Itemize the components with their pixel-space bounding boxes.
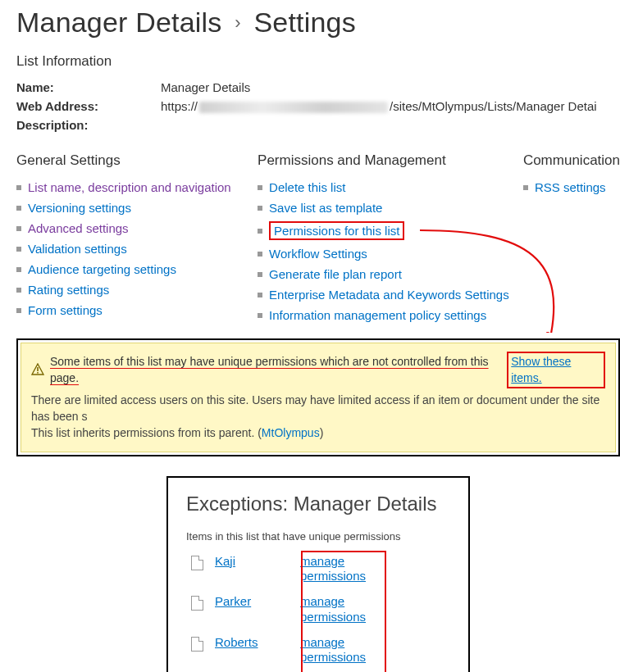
link-save-template[interactable]: Save list as template <box>269 201 382 215</box>
list-item: Workflow Settings <box>258 243 523 264</box>
list-item: Rating settings <box>16 279 258 300</box>
perms-list: Delete this list Save list as template P… <box>258 177 523 325</box>
comms-list: RSS settings <box>523 177 620 198</box>
link-validation-settings[interactable]: Validation settings <box>28 242 127 256</box>
link-info-mgmt-policy[interactable]: Information management policy settings <box>269 308 486 322</box>
link-rss-settings[interactable]: RSS settings <box>535 180 606 194</box>
link-enterprise-metadata[interactable]: Enterprise Metadata and Keywords Setting… <box>269 288 509 302</box>
list-item: Advanced settings <box>16 218 258 238</box>
column-communications: Communication RSS settings <box>523 152 620 325</box>
web-address-value: https:///sites/MtOlympus/Lists/Manager D… <box>161 99 597 113</box>
chevron-right-icon: › <box>235 12 241 33</box>
exceptions-title: Exceptions: Manager Details <box>186 493 450 515</box>
list-item: Information management policy settings <box>258 305 523 325</box>
list-item: Form settings <box>16 300 258 320</box>
column-permissions-management: Permissions and Management Delete this l… <box>258 152 523 325</box>
perms-heading: Permissions and Management <box>258 152 523 169</box>
list-item: List name, description and navigation <box>16 177 258 198</box>
manage-permissions-link[interactable]: manage permissions <box>300 594 372 625</box>
svg-rect-1 <box>37 372 39 374</box>
column-general-settings: General Settings List name, description … <box>16 152 258 325</box>
redacted-host <box>199 102 388 113</box>
file-icon <box>191 556 203 570</box>
link-delete-list[interactable]: Delete this list <box>269 180 345 194</box>
link-advanced-settings[interactable]: Advanced settings <box>28 221 129 235</box>
web-address-label: Web Address: <box>16 99 161 113</box>
banner-line2: There are limited access users on this s… <box>31 392 605 425</box>
page-title-main: Manager Details <box>16 7 222 38</box>
link-versioning-settings[interactable]: Versioning settings <box>28 201 131 215</box>
exception-row: Parker manage permissions <box>186 594 450 625</box>
general-settings-list: List name, description and navigation Ve… <box>16 177 258 320</box>
show-these-items-link[interactable]: Show these items. <box>507 352 605 388</box>
warning-icon <box>31 363 44 376</box>
description-label: Description: <box>16 118 161 132</box>
comms-heading: Communication <box>523 152 620 169</box>
page-title: Manager Details › Settings <box>16 7 620 39</box>
list-item: Audience targeting settings <box>16 259 258 279</box>
list-item: Generate file plan report <box>258 264 523 284</box>
list-item: Save list as template <box>258 198 523 218</box>
exception-row: Kaji manage permissions <box>186 554 450 585</box>
exception-item-name[interactable]: Parker <box>215 594 289 608</box>
list-item: Delete this list <box>258 177 523 198</box>
exception-row: Roberts manage permissions <box>186 635 450 666</box>
permissions-banner-highlight: Some items of this list may have unique … <box>16 338 620 456</box>
list-item: RSS settings <box>523 177 620 198</box>
permissions-banner: Some items of this list may have unique … <box>21 343 616 452</box>
exception-item-name[interactable]: Kaji <box>215 554 289 568</box>
link-file-plan-report[interactable]: Generate file plan report <box>269 267 402 281</box>
manage-permissions-link[interactable]: manage permissions <box>300 554 372 585</box>
link-form-settings[interactable]: Form settings <box>28 303 103 317</box>
list-item: Permissions for this list <box>258 218 523 243</box>
svg-rect-0 <box>37 367 39 371</box>
parent-link[interactable]: MtOlympus <box>262 426 320 439</box>
list-information-heading: List Information <box>16 53 620 70</box>
list-item: Versioning settings <box>16 198 258 218</box>
file-icon <box>191 637 203 652</box>
general-settings-heading: General Settings <box>16 152 258 169</box>
manage-permissions-link[interactable]: manage permissions <box>300 635 372 666</box>
name-value: Manager Details <box>161 80 250 94</box>
highlight-permissions-for-list: Permissions for this list <box>269 221 404 240</box>
banner-warning-text: Some items of this list may have unique … <box>50 353 501 387</box>
page-title-sub: Settings <box>253 7 355 38</box>
link-permissions-for-list[interactable]: Permissions for this list <box>274 224 399 238</box>
link-workflow-settings[interactable]: Workflow Settings <box>269 247 367 261</box>
exceptions-subtitle: Items in this list that have unique perm… <box>186 530 450 543</box>
name-label: Name: <box>16 80 161 94</box>
exception-item-name[interactable]: Roberts <box>215 635 289 649</box>
link-audience-targeting[interactable]: Audience targeting settings <box>28 262 176 276</box>
link-rating-settings[interactable]: Rating settings <box>28 283 109 297</box>
file-icon <box>191 596 203 611</box>
list-item: Validation settings <box>16 238 258 259</box>
banner-line3: This list inherits permissions from its … <box>31 425 605 441</box>
exceptions-panel: Exceptions: Manager Details Items in thi… <box>166 476 470 672</box>
link-list-name-description[interactable]: List name, description and navigation <box>28 180 231 194</box>
list-item: Enterprise Metadata and Keywords Setting… <box>258 284 523 305</box>
